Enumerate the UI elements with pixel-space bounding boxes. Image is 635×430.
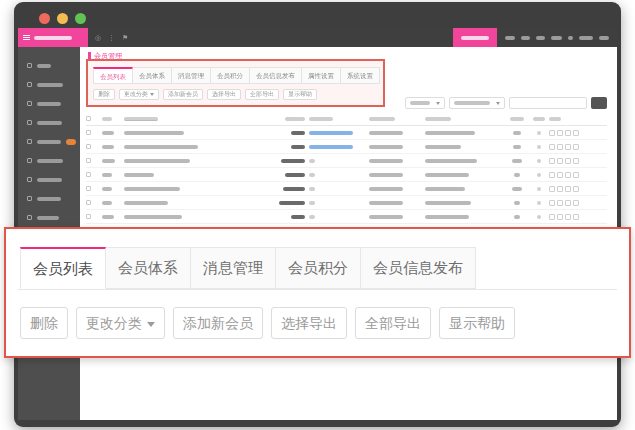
sidebar-item[interactable] bbox=[18, 151, 80, 170]
maximize-window-button[interactable] bbox=[75, 13, 86, 24]
change-category-button[interactable]: 更改分类 bbox=[119, 89, 159, 100]
row-action-icon[interactable] bbox=[573, 214, 579, 220]
row-checkbox[interactable] bbox=[86, 144, 91, 149]
topbar-link[interactable] bbox=[521, 36, 530, 40]
row-action-icon[interactable] bbox=[565, 186, 571, 192]
row-checkbox[interactable] bbox=[86, 200, 91, 205]
row-action-icon[interactable] bbox=[549, 158, 555, 164]
row-action-icon[interactable] bbox=[549, 186, 555, 192]
sidebar-item[interactable] bbox=[18, 94, 80, 113]
topbar-nav-links bbox=[505, 36, 609, 40]
row-action-icon[interactable] bbox=[549, 130, 555, 136]
minimize-window-button[interactable] bbox=[57, 13, 68, 24]
sortable-column-header[interactable] bbox=[124, 117, 158, 121]
row-action-icon[interactable] bbox=[557, 200, 563, 206]
sidebar-item[interactable] bbox=[18, 208, 80, 227]
tab-member-system[interactable]: 会员体系 bbox=[106, 247, 191, 289]
row-action-icon[interactable] bbox=[557, 158, 563, 164]
row-checkbox[interactable] bbox=[86, 186, 91, 191]
brand-logo[interactable] bbox=[18, 28, 88, 47]
sidebar-item[interactable] bbox=[18, 56, 80, 75]
topbar-link[interactable] bbox=[599, 36, 609, 40]
row-action-icon[interactable] bbox=[557, 172, 563, 178]
sort-filter-select[interactable] bbox=[449, 97, 505, 109]
export-all-button[interactable]: 全部导出 bbox=[245, 89, 279, 100]
row-checkbox[interactable] bbox=[86, 130, 91, 135]
refresh-icon[interactable]: ◎ bbox=[95, 34, 101, 42]
row-action-icon[interactable] bbox=[573, 144, 579, 150]
row-checkbox[interactable] bbox=[86, 214, 91, 219]
topbar-link[interactable] bbox=[551, 36, 562, 40]
sidebar-item[interactable] bbox=[18, 189, 80, 208]
tab-member-info-publish[interactable]: 会员信息发布 bbox=[361, 247, 476, 289]
show-help-button[interactable]: 显示帮助 bbox=[439, 307, 515, 339]
search-button[interactable] bbox=[591, 97, 607, 109]
member-name[interactable] bbox=[124, 145, 198, 149]
row-action-icon[interactable] bbox=[573, 200, 579, 206]
row-action-icon[interactable] bbox=[573, 186, 579, 192]
tab-member-info-publish[interactable]: 会员信息发布 bbox=[250, 67, 302, 84]
row-action-icon[interactable] bbox=[573, 172, 579, 178]
member-name[interactable] bbox=[124, 173, 154, 177]
export-selected-button[interactable]: 选择导出 bbox=[207, 89, 241, 100]
row-checkbox[interactable] bbox=[86, 172, 91, 177]
tab-member-points[interactable]: 会员积分 bbox=[211, 67, 250, 84]
sidebar-item[interactable] bbox=[18, 170, 80, 189]
row-action-icon[interactable] bbox=[573, 130, 579, 136]
member-name[interactable] bbox=[124, 131, 184, 135]
member-name[interactable] bbox=[124, 201, 168, 205]
flag-icon[interactable]: ⚑ bbox=[122, 34, 128, 42]
member-link[interactable] bbox=[309, 131, 353, 135]
sidebar-item[interactable] bbox=[18, 75, 80, 94]
tab-member-system[interactable]: 会员体系 bbox=[133, 67, 172, 84]
export-all-button[interactable]: 全部导出 bbox=[355, 307, 431, 339]
row-action-icon[interactable] bbox=[565, 158, 571, 164]
tab-system-settings[interactable]: 系统设置 bbox=[341, 67, 380, 84]
group-filter-select[interactable] bbox=[405, 97, 445, 109]
show-help-button[interactable]: 显示帮助 bbox=[283, 89, 317, 100]
row-action-icon[interactable] bbox=[549, 144, 555, 150]
tab-member-list[interactable]: 会员列表 bbox=[93, 67, 133, 84]
row-checkbox[interactable] bbox=[86, 158, 91, 163]
topbar-link[interactable] bbox=[568, 36, 573, 40]
tab-attribute-settings[interactable]: 属性设置 bbox=[302, 67, 341, 84]
row-action-icon[interactable] bbox=[557, 214, 563, 220]
row-action-icon[interactable] bbox=[565, 144, 571, 150]
sidebar-item-icon bbox=[27, 196, 32, 201]
add-member-button[interactable]: 添加新会员 bbox=[163, 89, 203, 100]
member-link[interactable] bbox=[309, 145, 353, 149]
topbar-link[interactable] bbox=[579, 36, 593, 40]
search-input[interactable] bbox=[509, 97, 587, 109]
member-name[interactable] bbox=[124, 187, 180, 191]
row-action-icon[interactable] bbox=[549, 200, 555, 206]
tab-message-management[interactable]: 消息管理 bbox=[191, 247, 276, 289]
delete-button[interactable]: 删除 bbox=[93, 89, 115, 100]
change-category-button[interactable]: 更改分类 bbox=[76, 307, 165, 339]
delete-button[interactable]: 删除 bbox=[20, 307, 68, 339]
topbar-link[interactable] bbox=[505, 36, 515, 40]
export-selected-button[interactable]: 选择导出 bbox=[271, 307, 347, 339]
member-name[interactable] bbox=[124, 215, 182, 219]
topbar-primary-button[interactable] bbox=[453, 28, 497, 47]
row-action-icon[interactable] bbox=[557, 144, 563, 150]
row-action-icon[interactable] bbox=[557, 186, 563, 192]
row-action-icon[interactable] bbox=[573, 158, 579, 164]
topbar-link[interactable] bbox=[536, 36, 545, 40]
sidebar-item-members-active[interactable] bbox=[18, 132, 80, 151]
tab-member-list[interactable]: 会员列表 bbox=[20, 247, 106, 289]
row-action-icon[interactable] bbox=[549, 214, 555, 220]
window-titlebar bbox=[14, 2, 621, 28]
add-member-button[interactable]: 添加新会员 bbox=[173, 307, 263, 339]
row-action-icon[interactable] bbox=[565, 214, 571, 220]
row-action-icon[interactable] bbox=[565, 130, 571, 136]
row-action-icon[interactable] bbox=[549, 172, 555, 178]
select-all-checkbox[interactable] bbox=[86, 116, 91, 121]
tab-member-points[interactable]: 会员积分 bbox=[276, 247, 361, 289]
row-action-icon[interactable] bbox=[565, 200, 571, 206]
row-action-icon[interactable] bbox=[565, 172, 571, 178]
tab-message-management[interactable]: 消息管理 bbox=[172, 67, 211, 84]
member-name[interactable] bbox=[124, 159, 190, 163]
close-window-button[interactable] bbox=[39, 13, 50, 24]
sidebar-item[interactable] bbox=[18, 113, 80, 132]
row-action-icon[interactable] bbox=[557, 130, 563, 136]
